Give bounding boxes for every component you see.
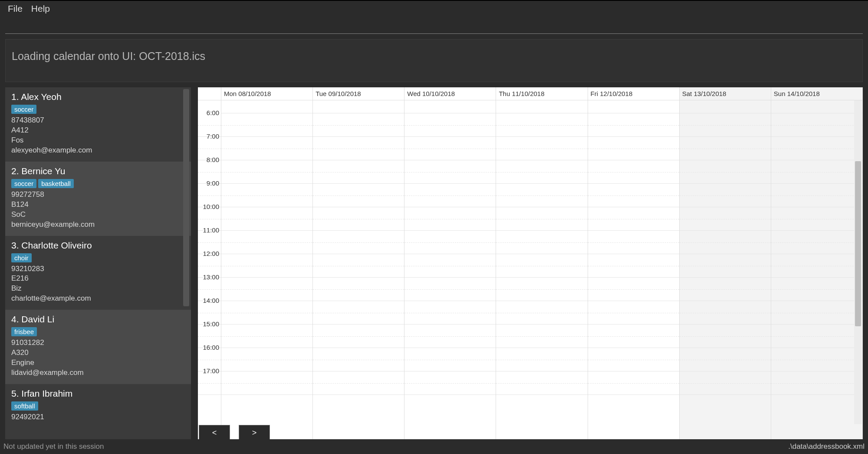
contact-name: 4. David Li xyxy=(11,314,185,325)
contact-phone: 93210283 xyxy=(11,264,185,274)
calendar-prev-button[interactable]: < xyxy=(199,425,230,441)
contact-faculty: SoC xyxy=(11,210,185,220)
contact-room: A412 xyxy=(11,126,185,136)
status-bar: Not updated yet in this session .\data\a… xyxy=(0,439,868,454)
command-box-area[interactable] xyxy=(5,17,863,34)
contact-tag: choir xyxy=(11,253,32,262)
calendar-scrollbar[interactable] xyxy=(854,100,862,424)
calendar-day-header: Tue 09/10/2018 xyxy=(313,87,404,100)
calendar-day-header: Sat 13/10/2018 xyxy=(680,87,771,100)
calendar-time-label: 9:00 xyxy=(207,179,219,187)
contact-faculty: Biz xyxy=(11,284,185,294)
calendar-panel: Mon 08/10/2018Tue 09/10/2018Wed 10/10/20… xyxy=(198,87,863,441)
calendar-day-column[interactable] xyxy=(771,100,863,441)
contact-tag: softball xyxy=(11,401,38,411)
calendar-day-header: Thu 11/10/2018 xyxy=(496,87,588,100)
contact-room: E216 xyxy=(11,274,185,284)
calendar-day-column[interactable] xyxy=(588,100,680,441)
calendar-time-label: 7:00 xyxy=(207,133,219,140)
contact-name: 1. Alex Yeoh xyxy=(11,92,185,102)
menu-help[interactable]: Help xyxy=(31,3,50,14)
calendar-time-label: 10:00 xyxy=(203,203,219,210)
calendar-time-label: 17:00 xyxy=(203,367,219,374)
contacts-scrollbar[interactable] xyxy=(183,89,189,306)
contact-name: 3. Charlotte Oliveiro xyxy=(11,240,185,251)
contact-name: 5. Irfan Ibrahim xyxy=(11,388,185,399)
contact-phone: 92492021 xyxy=(11,412,185,422)
contact-card[interactable]: 3. Charlotte Oliveirochoir93210283E216Bi… xyxy=(5,236,191,310)
contact-room: B124 xyxy=(11,200,185,210)
calendar-time-label: 15:00 xyxy=(203,320,219,328)
contact-phone: 91031282 xyxy=(11,338,185,348)
contact-card[interactable]: 5. Irfan Ibrahimsoftball92492021 xyxy=(5,384,191,428)
contact-room: A320 xyxy=(11,348,185,358)
contacts-panel: 1. Alex Yeohsoccer87438807A412Fosalexyeo… xyxy=(5,87,191,441)
contact-tag: frisbee xyxy=(11,327,37,336)
contact-email: berniceyu@example.com xyxy=(11,220,185,230)
save-location: .\data\addressbook.xml xyxy=(788,442,865,451)
calendar-day-column[interactable] xyxy=(313,100,404,441)
contact-faculty: Engine xyxy=(11,358,185,368)
contact-tag: basketball xyxy=(38,179,74,188)
contact-phone: 99272758 xyxy=(11,190,185,200)
calendar-next-button[interactable]: > xyxy=(239,425,270,441)
calendar-time-label: 11:00 xyxy=(203,226,219,234)
calendar-time-label: 6:00 xyxy=(207,109,219,116)
calendar-time-label: 16:00 xyxy=(203,344,219,351)
contact-faculty: Fos xyxy=(11,136,185,146)
contact-email: lidavid@example.com xyxy=(11,368,185,378)
contact-name: 2. Bernice Yu xyxy=(11,166,185,176)
calendar-time-label: 8:00 xyxy=(207,156,219,163)
calendar-day-header: Mon 08/10/2018 xyxy=(221,87,313,100)
contact-email: charlotte@example.com xyxy=(11,294,185,304)
sync-status: Not updated yet in this session xyxy=(3,442,104,451)
calendar-day-header: Fri 12/10/2018 xyxy=(588,87,680,100)
contact-tag: soccer xyxy=(11,179,36,188)
calendar-time-label: 13:00 xyxy=(203,273,219,281)
calendar-time-label: 14:00 xyxy=(203,297,219,304)
result-display: Loading calendar onto UI: OCT-2018.ics xyxy=(5,39,863,82)
calendar-day-column[interactable] xyxy=(404,100,496,441)
menu-file[interactable]: File xyxy=(8,3,23,14)
calendar-day-column[interactable] xyxy=(221,100,313,441)
contact-card[interactable]: 2. Bernice Yusoccerbasketball99272758B12… xyxy=(5,162,191,236)
calendar-day-column[interactable] xyxy=(680,100,771,441)
calendar-day-header: Sun 14/10/2018 xyxy=(771,87,863,100)
calendar-day-column[interactable] xyxy=(496,100,588,441)
contact-email: alexyeoh@example.com xyxy=(11,146,185,156)
contact-card[interactable]: 4. David Lifrisbee91031282A320Enginelida… xyxy=(5,310,191,384)
contact-tag: soccer xyxy=(11,105,36,114)
calendar-time-label: 12:00 xyxy=(203,250,219,257)
calendar-day-header: Wed 10/10/2018 xyxy=(404,87,496,100)
menu-bar: File Help xyxy=(0,1,868,17)
contact-card[interactable]: 1. Alex Yeohsoccer87438807A412Fosalexyeo… xyxy=(5,87,191,162)
contact-phone: 87438807 xyxy=(11,116,185,126)
